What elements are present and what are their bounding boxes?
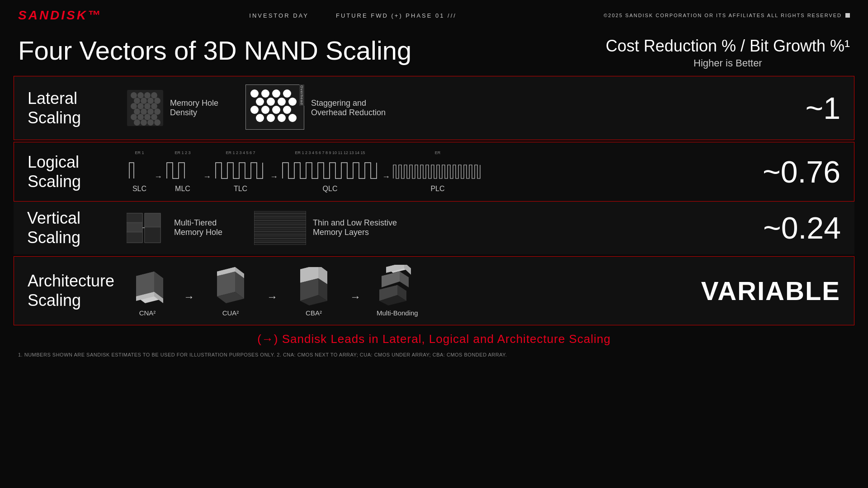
- cna-label: CNA²: [139, 309, 156, 317]
- plc-waveform: ER PLC: [392, 150, 483, 193]
- architecture-value: VARIABLE: [701, 276, 840, 306]
- cba-svg: [293, 267, 334, 305]
- arch-arrow-3: →: [350, 291, 361, 303]
- tlc-svg: [213, 158, 268, 181]
- svg-point-5: [134, 98, 140, 104]
- vertical-scaling-row: Vertical Scaling: [14, 202, 854, 254]
- cost-reduction-block: Cost Reduction % / Bit Growth %¹ Higher …: [606, 36, 850, 69]
- multi-tier-svg: [127, 211, 167, 245]
- svg-point-3: [144, 92, 151, 99]
- content-area: Lateral Scaling: [0, 76, 868, 325]
- svg-point-40: [278, 114, 286, 122]
- logical-scaling-row: Logical Scaling ER 1 SLC → ER 1 2 3: [14, 142, 854, 202]
- qlc-waveform: ER 1 2 3 4 5 6 7 8 9 10 11 12 13 14 15 Q…: [280, 150, 380, 193]
- architecture-content: CNA² → CUA² →: [127, 265, 701, 317]
- logical-content: ER 1 SLC → ER 1 2 3 MLC →: [127, 150, 750, 193]
- svg-point-41: [288, 114, 297, 122]
- arrow1: →: [154, 172, 162, 182]
- multi-bonding-svg: [377, 265, 418, 305]
- svg-point-6: [141, 98, 147, 104]
- phase-label: FUTURE FWD (+) PHASE 01 ///: [336, 12, 457, 19]
- svg-point-26: [250, 89, 259, 98]
- mlc-svg: [165, 158, 201, 181]
- stagger-icon-wrap: Overhead: [245, 84, 304, 131]
- svg-point-13: [134, 108, 140, 115]
- footnote: 1. NUMBERS SHOWN ARE SANDISK ESTIMATES T…: [0, 350, 868, 360]
- svg-point-36: [272, 106, 280, 114]
- svg-marker-93: [400, 272, 409, 287]
- svg-point-20: [151, 114, 157, 120]
- arch-arrow-2: →: [267, 291, 278, 303]
- cua-item: CUA²: [210, 267, 251, 317]
- svg-point-11: [144, 103, 151, 109]
- svg-rect-45: [127, 232, 142, 243]
- svg-point-32: [278, 98, 286, 106]
- cna-item: CNA²: [127, 269, 168, 317]
- cost-title: Cost Reduction % / Bit Growth %¹: [606, 36, 850, 56]
- svg-point-33: [288, 98, 297, 106]
- svg-rect-44: [127, 223, 142, 232]
- stagger-label: Staggering and Overhead Reduction: [311, 99, 386, 117]
- mhd-svg: [127, 90, 163, 126]
- svg-point-34: [250, 106, 259, 114]
- architecture-scaling-row: Architecture Scaling C: [14, 256, 854, 325]
- vertical-value: ~0.24: [750, 210, 841, 245]
- cba-label: CBA²: [306, 309, 322, 317]
- header-right: ©2025 SANDISK CORPORATION OR ITS AFFILIA…: [604, 13, 850, 18]
- thin-layers-label: Thin and Low Resistive Memory Layers: [313, 218, 397, 237]
- stagger-svg: [245, 84, 304, 130]
- cna-svg: [127, 269, 168, 305]
- slc-svg: [127, 158, 152, 181]
- cba-item: CBA²: [293, 267, 334, 317]
- svg-point-14: [141, 108, 147, 115]
- waveform-section: ER 1 SLC → ER 1 2 3 MLC →: [127, 150, 483, 193]
- svg-point-37: [283, 106, 291, 114]
- svg-point-22: [141, 119, 147, 126]
- tlc-waveform: ER 1 2 3 4 5 6 7 TLC: [213, 150, 268, 193]
- svg-point-4: [151, 92, 157, 99]
- main-title: Four Vectors of 3D NAND Scaling: [18, 36, 411, 65]
- svg-point-9: [131, 103, 137, 109]
- svg-point-1: [131, 92, 137, 99]
- mhd-label: Memory Hole Density: [170, 99, 218, 117]
- multi-bonding-item: Multi-Bonding: [377, 265, 418, 317]
- svg-point-19: [144, 114, 151, 120]
- cua-svg: [210, 267, 251, 305]
- logical-label: Logical Scaling: [28, 152, 127, 191]
- svg-point-23: [147, 119, 154, 126]
- stagger-block: Overhead: [245, 84, 386, 131]
- mlc-waveform: ER 1 2 3 MLC: [165, 150, 201, 193]
- svg-point-16: [154, 108, 160, 115]
- vertical-content: Multi-Tiered Memory Hole: [127, 211, 750, 245]
- slc-waveform: ER 1 SLC: [127, 150, 152, 193]
- svg-rect-43: [127, 213, 142, 222]
- svg-point-31: [267, 98, 275, 106]
- logical-value: ~0.76: [750, 154, 840, 189]
- header: SANDISK™ INVESTOR DAY FUTURE FWD (+) PHA…: [0, 0, 868, 27]
- multi-tier-label: Multi-Tiered Memory Hole: [174, 218, 222, 237]
- investor-day-label: INVESTOR DAY: [249, 12, 309, 19]
- lateral-value: ~1: [750, 90, 840, 126]
- svg-rect-48: [145, 227, 160, 243]
- svg-point-2: [137, 92, 144, 99]
- svg-point-8: [154, 98, 160, 104]
- arrow3: →: [270, 172, 278, 182]
- qlc-svg: [280, 158, 380, 181]
- svg-point-24: [154, 119, 160, 126]
- vertical-label: Vertical Scaling: [27, 208, 127, 247]
- svg-point-10: [137, 103, 144, 109]
- svg-point-15: [147, 108, 154, 115]
- arrow2: →: [203, 172, 211, 182]
- svg-point-12: [151, 103, 157, 109]
- cua-label: CUA²: [222, 309, 239, 317]
- lateral-label: Lateral Scaling: [28, 89, 127, 127]
- svg-point-7: [147, 98, 154, 104]
- memory-hole-icon: Memory Hole Density: [127, 90, 218, 126]
- header-center: INVESTOR DAY FUTURE FWD (+) PHASE 01 ///: [249, 12, 457, 19]
- lateral-scaling-row: Lateral Scaling: [14, 76, 854, 140]
- overhead-badge: Overhead: [299, 84, 304, 106]
- svg-point-18: [137, 114, 144, 120]
- svg-point-30: [256, 98, 264, 106]
- tagline: (→) Sandisk Leads in Lateral, Logical an…: [0, 325, 868, 350]
- svg-point-28: [272, 89, 280, 98]
